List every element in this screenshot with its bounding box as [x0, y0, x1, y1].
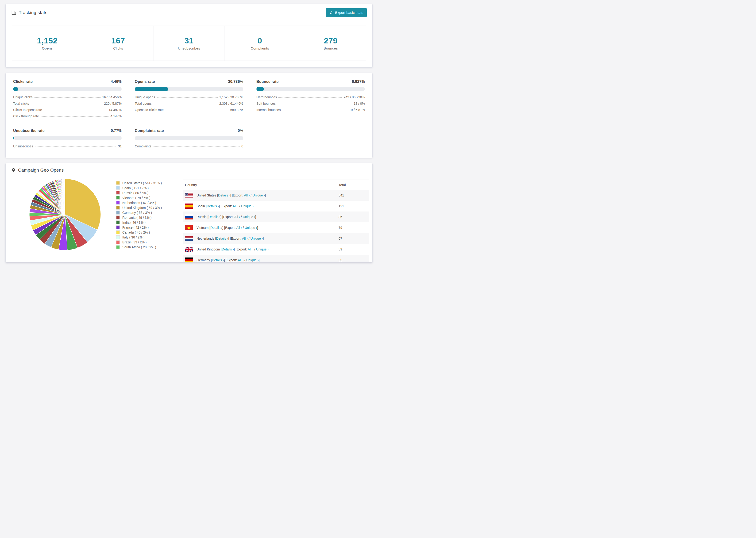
rate-value: 0.77%	[111, 129, 122, 133]
map-pin-icon	[11, 168, 16, 173]
legend-swatch	[116, 220, 120, 224]
rate-detail-label: Total clicks	[13, 102, 29, 105]
stat-value: 1,152	[37, 36, 58, 45]
tracking-stats-title: Tracking stats	[11, 10, 47, 15]
country-links: Spain [Details ›] [Export: All › / Uniqu…	[196, 204, 254, 208]
details-link[interactable]: Details ›	[210, 226, 222, 230]
legend-item: Netherlands ( 67 / 4% )	[116, 200, 183, 205]
export-unique-link[interactable]: Unique ›	[252, 193, 265, 197]
export-all-link[interactable]: All ›	[244, 193, 249, 197]
export-unique-link[interactable]: Unique ›	[256, 247, 269, 251]
export-all-link[interactable]: All ›	[248, 247, 253, 251]
geo-table-row: United States [Details ›] [Export: All ›…	[183, 190, 369, 201]
details-link[interactable]: Details ›	[218, 193, 230, 197]
export-all-link[interactable]: All ›	[238, 258, 243, 262]
rate-detail-row: Total clicks 220 / 5.87%	[13, 102, 122, 105]
country-cell: Netherlands [Details ›] [Export: All › /…	[183, 233, 337, 244]
export-icon	[329, 10, 333, 15]
rate-detail-value: 19 / 6.81%	[349, 108, 365, 112]
legend-item: South Africa ( 29 / 2% )	[116, 244, 183, 249]
geo-opens-body: United States ( 541 / 31% ) Spain ( 121 …	[6, 177, 372, 262]
legend-swatch	[116, 230, 120, 234]
details-link[interactable]: Details ›	[208, 215, 220, 219]
closing-bracket: ]	[269, 247, 270, 251]
legend-item: Brazil ( 33 / 2% )	[116, 240, 183, 244]
dotted-leader	[41, 116, 109, 117]
rate-title-row: Unsubscribe rate 0.77%	[13, 129, 122, 133]
rate-progress-fill	[13, 87, 18, 91]
rate-progress-bar	[256, 87, 365, 91]
legend-label: United States ( 541 / 31% )	[122, 181, 162, 185]
stat-value: 0	[257, 36, 262, 45]
rates-grid: Clicks rate 4.46% Unique clicks 167 / 4.…	[13, 80, 365, 151]
stat-box: 279 Bounces	[296, 26, 366, 61]
stat-box: 1,152 Opens	[12, 26, 83, 61]
dotted-leader	[153, 104, 218, 104]
legend-label: Romania ( 49 / 3% )	[122, 216, 152, 219]
legend-label: Canada ( 40 / 2% )	[122, 231, 150, 234]
export-unique-link[interactable]: Unique ›	[243, 215, 255, 219]
rate-detail-rows: Hard bounces 242 / 86.738% Soft bounces …	[256, 95, 365, 112]
link-separator: /	[240, 215, 243, 219]
tracking-stats-header: Tracking stats Export basic stats	[6, 4, 372, 21]
geo-opens-title-text: Campaign Geo Opens	[18, 168, 64, 173]
link-separator: /	[248, 237, 250, 241]
country-cell: Spain [Details ›] [Export: All › / Uniqu…	[183, 201, 337, 211]
rate-detail-row: Complaints 0	[135, 144, 243, 148]
geo-opens-header: Campaign Geo Opens	[6, 163, 372, 177]
details-link[interactable]: Details ›	[222, 247, 234, 251]
export-all-link[interactable]: All ›	[242, 237, 248, 241]
link-separator: /	[253, 247, 256, 251]
geo-table-row: Spain [Details ›] [Export: All › / Uniqu…	[183, 201, 369, 211]
export-unique-link[interactable]: Unique ›	[244, 226, 257, 230]
rate-detail-label: Opens to clicks rate	[135, 108, 164, 112]
legend-swatch	[116, 196, 120, 200]
dotted-leader	[34, 97, 100, 98]
rate-progress-fill	[13, 136, 14, 140]
rate-detail-rows: Unique opens 1,152 / 30.736% Total opens…	[135, 95, 243, 112]
legend-swatch	[116, 191, 120, 195]
country-total: 86	[337, 211, 369, 222]
details-link[interactable]: Details ›	[216, 237, 228, 241]
export-all-link[interactable]: All ›	[233, 204, 238, 208]
total-column-header: Total	[337, 180, 369, 190]
export-basic-stats-button[interactable]: Export basic stats	[326, 8, 367, 17]
details-link[interactable]: Details ›	[212, 258, 224, 262]
country-cell: Germany [Details ›] [Export: All › / Uni…	[183, 255, 337, 262]
rate-title: Unsubscribe rate	[13, 129, 45, 133]
tracking-stats-title-text: Tracking stats	[19, 10, 47, 15]
legend-swatch	[116, 215, 120, 219]
country-name: Russia [	[196, 215, 208, 219]
export-all-link[interactable]: All ›	[234, 215, 240, 219]
country-flag-icon	[185, 203, 193, 209]
country-links: United States [Details ›] [Export: All ›…	[196, 193, 266, 197]
export-unique-link[interactable]: Unique ›	[246, 258, 259, 262]
tracking-stats-panel: Tracking stats Export basic stats 1,152 …	[5, 4, 373, 68]
export-unique-link[interactable]: Unique ›	[241, 204, 253, 208]
rate-detail-label: Soft bounces	[256, 102, 276, 105]
country-flag-icon	[185, 257, 193, 262]
rate-card: Bounce rate 6.927% Hard bounces 242 / 86…	[256, 80, 365, 121]
details-link[interactable]: Details ›	[207, 204, 219, 208]
rate-detail-rows: Unique clicks 167 / 4.456% Total clicks …	[13, 95, 122, 118]
geo-table: Country Total United States [Details ›] …	[183, 180, 369, 262]
rate-detail-row: Hard bounces 242 / 86.738%	[256, 95, 365, 99]
export-prefix: ] [Export:	[222, 226, 236, 230]
stat-label: Unsubscribes	[178, 46, 200, 50]
rate-detail-value: 14.497%	[109, 108, 122, 112]
export-unique-link[interactable]: Unique ›	[250, 237, 263, 241]
country-links: Netherlands [Details ›] [Export: All › /…	[196, 237, 264, 241]
export-prefix: ] [Export:	[230, 193, 244, 197]
country-total: 541	[337, 190, 369, 201]
legend-swatch	[116, 201, 120, 205]
rate-detail-value: 242 / 86.738%	[344, 95, 365, 99]
country-name: United States [	[196, 193, 218, 197]
rate-detail-row: Soft bounces 18 / 0%	[256, 102, 365, 105]
country-name: Spain [	[196, 204, 207, 208]
export-all-link[interactable]: All ›	[236, 226, 242, 230]
rate-detail-value: 220 / 5.87%	[104, 102, 122, 105]
rate-title-row: Clicks rate 4.46%	[13, 80, 122, 84]
stat-value: 167	[111, 36, 125, 45]
stat-box: 167 Clicks	[83, 26, 154, 61]
geo-table-container: Country Total United States [Details ›] …	[183, 180, 369, 262]
